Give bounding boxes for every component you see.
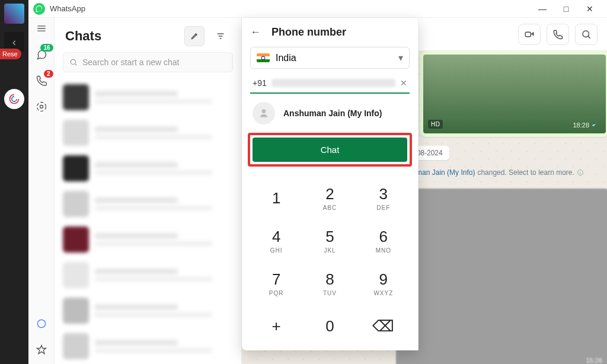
window-close-button[interactable]: ✕ <box>586 4 594 14</box>
calls-icon[interactable]: 2 <box>34 74 49 88</box>
contact-avatar <box>253 102 275 124</box>
svg-point-2 <box>37 320 45 327</box>
svg-point-1 <box>37 103 46 111</box>
dialpad-key-8[interactable]: 8TUV <box>304 263 356 304</box>
dialpad-key-number: + <box>272 317 281 336</box>
chat-list-item[interactable] <box>60 79 235 115</box>
app-title: WhatsApp <box>50 4 85 13</box>
dialpad-key-number: 2 <box>325 185 334 203</box>
dialpad-key-9[interactable]: 9WXYZ <box>357 263 410 304</box>
dialpad: 12ABC3DEF4GHI5JKL6MNO7PQR8TUV9WXYZ+0⌫ <box>250 177 410 347</box>
window-minimize-button[interactable]: — <box>538 4 547 14</box>
phone-input[interactable]: +91 ✕ <box>250 75 410 94</box>
menu-icon[interactable] <box>34 21 49 36</box>
phone-number-redacted <box>271 79 395 87</box>
dialpad-key-letters: TUV <box>323 290 337 296</box>
filter-button[interactable] <box>210 26 231 46</box>
matched-contact-name: Anshuman Jain (My Info) <box>283 108 382 118</box>
new-chat-button[interactable] <box>184 26 205 46</box>
dialpad-key-0[interactable]: 0 <box>304 305 356 347</box>
phone-number-popover: ← Phone number India ▾ +91 ✕ <box>242 18 418 350</box>
dialpad-key-1[interactable]: 1 <box>250 177 302 219</box>
window-maximize-button[interactable]: □ <box>562 4 570 14</box>
star-icon[interactable] <box>34 343 49 357</box>
popover-title: Phone number <box>271 26 346 39</box>
chat-list-item[interactable] <box>60 328 235 364</box>
dialpad-key-number: 5 <box>325 228 334 246</box>
chats-icon[interactable]: 16 <box>34 47 49 62</box>
back-arrow-icon[interactable]: ← <box>250 26 261 39</box>
search-input[interactable]: Search or start a new chat <box>63 52 233 72</box>
dialpad-key-number: 6 <box>379 228 388 246</box>
dialpad-key-number: 4 <box>272 228 280 246</box>
svg-point-3 <box>71 59 75 64</box>
wa-nav-rail: 16 2 <box>28 18 55 364</box>
chats-panel: Chats Search or start a new chat <box>55 18 242 364</box>
video-call-button[interactable] <box>518 24 541 45</box>
chats-heading: Chats <box>65 28 101 44</box>
conversation-pane: Anshuman Jain (My Info) <box>242 18 607 364</box>
security-info-line[interactable]: Anshuman Jain (My Info) changed. Select … <box>396 168 584 177</box>
chats-badge: 16 <box>40 44 53 52</box>
chevron-down-icon: ▾ <box>398 52 403 63</box>
titlebar: WhatsApp — □ ✕ <box>28 0 607 18</box>
system-tile-slack[interactable] <box>4 4 24 24</box>
dialpad-key-letters: MNO <box>376 247 391 254</box>
dialpad-key-5[interactable]: 5JKL <box>304 220 356 261</box>
reset-pill[interactable]: Rese <box>0 49 21 59</box>
dialpad-key-number: 7 <box>272 270 280 289</box>
chat-list-item[interactable] <box>60 257 235 293</box>
system-rail: ‹ Rese <box>0 0 28 364</box>
copilot-icon[interactable] <box>4 89 24 109</box>
chat-list-item[interactable] <box>60 222 235 257</box>
search-in-chat-button[interactable] <box>575 24 598 45</box>
matched-contact-row[interactable]: Anshuman Jain (My Info) <box>250 94 410 133</box>
dialpad-key-letters: GHI <box>270 247 283 254</box>
dialpad-key-number: 9 <box>379 270 388 289</box>
flag-india-icon <box>257 53 270 62</box>
svg-rect-4 <box>525 32 531 37</box>
chat-list-item[interactable] <box>60 293 235 328</box>
dialpad-key-2[interactable]: 2ABC <box>304 177 356 219</box>
read-receipt-icon <box>592 122 600 128</box>
security-info-text: changed. Select to learn more. <box>477 168 574 177</box>
country-selector[interactable]: India ▾ <box>250 47 410 69</box>
svg-point-5 <box>583 31 589 37</box>
outgoing-media-message[interactable]: HD 18:28 <box>420 51 607 137</box>
status-icon[interactable] <box>34 100 49 114</box>
dialpad-key-⌫[interactable]: ⌫ <box>357 305 410 347</box>
voice-call-button[interactable] <box>547 24 569 45</box>
dialpad-key-letters: DEF <box>376 205 390 211</box>
whatsapp-logo-icon <box>33 3 45 15</box>
highlight-annotation: Chat <box>248 133 412 167</box>
search-placeholder: Search or start a new chat <box>82 58 179 67</box>
outgoing-media-message[interactable]: 15:26 <box>396 189 607 364</box>
chat-list[interactable] <box>55 77 241 364</box>
dial-code: +91 <box>253 78 267 88</box>
message-time: 18:28 <box>573 122 589 129</box>
message-time: 15:26 <box>586 357 602 364</box>
chat-list-item[interactable] <box>60 186 235 222</box>
dialpad-key-6[interactable]: 6MNO <box>357 220 410 261</box>
hd-badge: HD <box>428 120 443 129</box>
country-name: India <box>276 53 296 63</box>
info-icon <box>577 169 584 176</box>
dialpad-key-number: ⌫ <box>372 317 394 336</box>
dialpad-key-7[interactable]: 7PQR <box>250 263 302 304</box>
dialpad-key-4[interactable]: 4GHI <box>250 220 302 261</box>
dialpad-key-number: 8 <box>325 270 334 289</box>
calls-badge: 2 <box>44 70 53 78</box>
dialpad-key-letters: ABC <box>323 205 337 211</box>
dialpad-key-+[interactable]: + <box>250 305 302 347</box>
dialpad-key-3[interactable]: 3DEF <box>357 177 410 219</box>
chat-list-item[interactable] <box>60 115 235 151</box>
dialpad-key-number: 0 <box>325 317 334 336</box>
clear-input-icon[interactable]: ✕ <box>400 78 407 88</box>
chat-list-item[interactable] <box>60 151 235 186</box>
dialpad-key-letters: PQR <box>269 290 284 296</box>
chat-button[interactable]: Chat <box>253 138 407 162</box>
svg-point-0 <box>40 106 43 108</box>
dialpad-key-number: 3 <box>379 185 388 203</box>
dialpad-key-letters: JKL <box>324 247 336 254</box>
meta-ai-icon[interactable] <box>34 317 49 331</box>
